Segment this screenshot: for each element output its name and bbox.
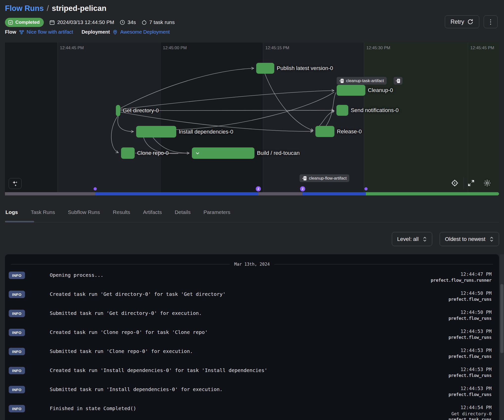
flow-name-link[interactable]: Nice flow with artifact xyxy=(27,29,73,35)
task-node-send-notifications[interactable]: Send notifications-0 xyxy=(336,105,399,116)
duration-value: 34s xyxy=(127,19,136,25)
scrollbar-thumb[interactable] xyxy=(500,284,504,353)
log-row: INFO Submitted task run 'Install depende… xyxy=(5,382,499,401)
ai-sparkles-button[interactable] xyxy=(9,178,22,189)
log-logger: prefect.flow_runs xyxy=(403,373,492,378)
log-date-divider: Mar 13th, 2024 xyxy=(5,254,499,268)
log-time: 12:44:47 PM xyxy=(403,271,492,278)
start-time: 2024/03/13 12:44:50 PM xyxy=(49,19,114,25)
tab-logs[interactable]: Logs xyxy=(5,208,18,217)
duration: 34s xyxy=(120,19,136,25)
task-node-publish-bar[interactable] xyxy=(256,63,274,74)
fullscreen-button[interactable] xyxy=(466,178,477,188)
retry-button[interactable]: Retry xyxy=(445,15,479,28)
task-node-publish[interactable]: Publish latest version-0 xyxy=(256,63,333,74)
log-message: Created task run 'Get directory-0' for t… xyxy=(25,290,403,297)
event-marker-badge[interactable]: 2 xyxy=(300,186,305,191)
task-node-get-directory[interactable]: Get directory-0 xyxy=(116,105,159,116)
log-time: 12:44:53 PM xyxy=(403,347,492,354)
task-node-label: Cleanup-0 xyxy=(368,87,393,93)
tabs-divider xyxy=(5,222,499,222)
tab-artifacts[interactable]: Artifacts xyxy=(143,208,162,217)
task-node-cleanup-bar[interactable] xyxy=(337,85,365,96)
log-level-badge: INFO xyxy=(9,291,25,298)
log-logger: prefect.flow_runs xyxy=(403,335,492,340)
log-filters: Level: all Oldest to newest xyxy=(392,232,499,246)
page-scrollbar[interactable] xyxy=(500,254,504,420)
log-message: Opening process... xyxy=(25,271,403,278)
log-row: INFO Created task run 'Get directory-0' … xyxy=(5,287,499,306)
active-tab-indicator xyxy=(5,221,34,222)
event-marker-dot[interactable] xyxy=(94,187,97,190)
gear-icon xyxy=(483,179,491,187)
breadcrumb-separator: / xyxy=(47,4,49,13)
log-time: 12:44:53 PM xyxy=(403,366,492,373)
task-node-install-dependencies-bar[interactable] xyxy=(136,126,176,138)
task-node-label: Get directory-0 xyxy=(123,107,159,114)
completed-check-icon xyxy=(8,20,13,25)
task-run-count: 7 task runs xyxy=(141,19,175,25)
task-node-clone-repo[interactable]: Clone repo-0 xyxy=(121,147,169,159)
artifact-chip-label: cleanup-flow-artifact xyxy=(309,176,347,181)
sort-order-select[interactable]: Oldest to newest xyxy=(440,232,499,246)
flow-icon xyxy=(19,29,24,35)
log-time: 12:44:50 PM xyxy=(403,290,492,297)
more-options-button[interactable]: ⋮ xyxy=(484,15,498,28)
clock-icon xyxy=(120,20,125,25)
tab-results[interactable]: Results xyxy=(112,208,131,217)
task-node-clone-repo-bar[interactable] xyxy=(121,147,135,159)
sparkles-icon xyxy=(11,180,19,187)
log-level-badge: INFO xyxy=(9,329,25,336)
tab-details[interactable]: Details xyxy=(174,208,191,217)
artifact-chip-cleanup-flow[interactable]: cleanup-flow-artifact xyxy=(300,174,349,182)
task-node-get-directory-bar[interactable] xyxy=(116,105,120,116)
task-node-send-notifications-bar[interactable] xyxy=(336,105,348,116)
artifact-chip-label: cleanup-task-artifact xyxy=(346,78,384,83)
divider-line xyxy=(11,264,230,264)
artifact-chip-extra[interactable] xyxy=(394,77,403,85)
log-row: INFO Submitted task run 'Get directory-0… xyxy=(5,306,499,325)
task-node-label: Release-0 xyxy=(337,128,362,135)
log-row: INFO Created task run 'Install dependenc… xyxy=(5,363,499,382)
dependency-edges xyxy=(5,43,499,195)
task-node-release[interactable]: Release-0 xyxy=(315,126,362,137)
log-time: 12:44:53 PM xyxy=(403,328,492,335)
tab-task-runs[interactable]: Task Runs xyxy=(30,208,55,217)
log-time: 12:44:50 PM xyxy=(403,309,492,316)
run-tabs: Logs Task Runs Subflow Runs Results Arti… xyxy=(5,208,231,217)
minimap-segment-green xyxy=(366,192,499,195)
task-node-label: Install dependencies-0 xyxy=(179,129,233,135)
page-title: striped-pelican xyxy=(52,4,106,13)
tab-parameters[interactable]: Parameters xyxy=(203,208,231,217)
subflow-node-build-bar[interactable] xyxy=(192,147,254,159)
log-row: INFO Submitted task run 'Clone repo-0' f… xyxy=(5,344,499,363)
graph-settings-button[interactable] xyxy=(482,178,493,188)
event-marker-dot[interactable] xyxy=(364,187,368,190)
task-node-release-bar[interactable] xyxy=(315,126,334,137)
event-marker-badge[interactable]: 2 xyxy=(256,186,261,191)
log-level-badge: INFO xyxy=(9,367,25,374)
minimap-segment-blue xyxy=(302,192,366,195)
subflow-node-build[interactable]: Build / red-toucan xyxy=(192,147,300,159)
header-actions: Retry ⋮ xyxy=(445,15,498,28)
level-filter-select[interactable]: Level: all xyxy=(392,232,432,246)
tab-subflow-runs[interactable]: Subflow Runs xyxy=(67,208,101,217)
retry-label: Retry xyxy=(451,19,464,25)
graph-minimap-bar[interactable] xyxy=(5,192,499,195)
center-view-button[interactable] xyxy=(449,178,460,188)
deployment-pin-icon xyxy=(112,29,118,35)
artifact-icon xyxy=(339,78,344,83)
chevron-updown-icon xyxy=(489,236,494,242)
task-node-install-dependencies[interactable]: Install dependencies-0 xyxy=(136,126,233,138)
start-time-value: 2024/03/13 12:44:50 PM xyxy=(57,19,114,25)
artifact-chip-cleanup-task[interactable]: cleanup-task-artifact xyxy=(337,77,387,85)
chevron-down-icon[interactable] xyxy=(195,150,200,156)
deployment-name-link[interactable]: Awesome Deployment xyxy=(120,29,170,35)
flow-run-graph[interactable]: 12:44:45 PM 12:45:00 PM 12:45:15 PM 12:4… xyxy=(5,43,499,195)
task-node-cleanup[interactable]: Cleanup-0 xyxy=(337,85,393,96)
artifact-icon xyxy=(302,176,307,181)
kebab-icon: ⋮ xyxy=(487,18,494,26)
log-logger: prefect.flow_runs xyxy=(403,316,492,321)
log-level-badge: INFO xyxy=(9,405,25,412)
breadcrumb-flow-runs-link[interactable]: Flow Runs xyxy=(5,4,44,13)
